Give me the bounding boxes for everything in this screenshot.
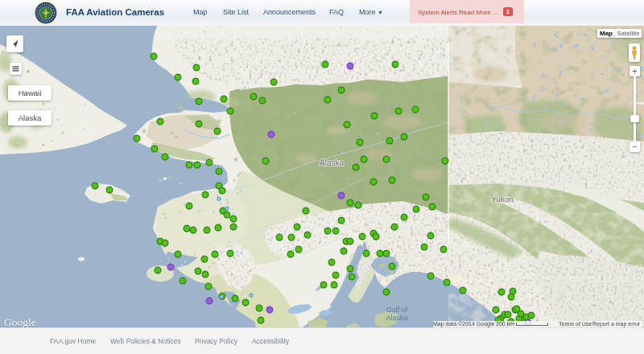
svg-text:Alaska: Alaska bbox=[386, 314, 407, 322]
svg-text:Yukon: Yukon bbox=[492, 195, 513, 204]
svg-text:Alaska: Alaska bbox=[320, 158, 344, 167]
svg-text:Gulf of: Gulf of bbox=[386, 306, 408, 314]
